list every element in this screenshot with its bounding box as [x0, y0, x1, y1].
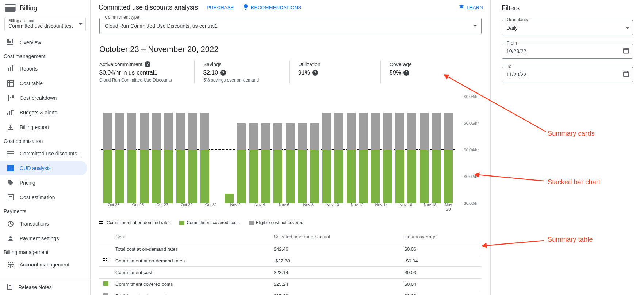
y-tick: $0.08/hr: [464, 94, 479, 99]
calendar-icon: [623, 71, 629, 79]
sidebar-item-billing-export[interactable]: Billing export: [0, 120, 90, 135]
help-icon[interactable]: ?: [145, 61, 150, 67]
bar[interactable]: [286, 97, 295, 203]
bar-slot: [162, 97, 175, 203]
chart-bars: [101, 97, 455, 203]
sidebar-item-reports[interactable]: Reports: [0, 61, 90, 76]
sidebar-item-label: Billing export: [20, 124, 49, 130]
bar-slot: [138, 97, 150, 203]
bar[interactable]: [164, 97, 173, 203]
x-tick: Nov 4: [248, 203, 272, 211]
bar[interactable]: [200, 97, 209, 203]
legend-not-covered: Eligible cost not covered: [249, 220, 303, 225]
bar[interactable]: [359, 97, 368, 203]
bar-slot: [345, 97, 357, 203]
gear-icon: [7, 261, 15, 268]
billing-icon: [4, 4, 16, 12]
help-icon[interactable]: ?: [312, 70, 318, 76]
sidebar-item-cost-estimation[interactable]: Cost estimation: [0, 190, 90, 205]
bar[interactable]: [188, 97, 197, 203]
bar[interactable]: [298, 97, 307, 203]
bar[interactable]: [273, 97, 282, 203]
svg-rect-14: [10, 97, 11, 98]
bar[interactable]: [225, 97, 234, 203]
sidebar-item-overview[interactable]: Overview: [0, 35, 90, 50]
col-hourly: Hourly average: [402, 230, 482, 243]
release-notes-icon: [7, 283, 13, 291]
bar[interactable]: [395, 97, 404, 203]
bar[interactable]: [152, 97, 161, 203]
bar-slot: [211, 97, 223, 203]
x-tick: Nov 6: [272, 203, 296, 211]
bar[interactable]: [237, 97, 246, 203]
col-cost: Cost: [112, 230, 271, 243]
granularity-select[interactable]: Granularity Daily: [502, 20, 633, 35]
svg-rect-3: [9, 41, 11, 43]
sidebar-item-cost-breakdown[interactable]: Cost breakdown: [0, 91, 90, 105]
sidebar-footer[interactable]: Release Notes: [0, 279, 90, 295]
bar[interactable]: [347, 97, 356, 203]
bar-slot: [114, 97, 126, 203]
billing-account-value: Committed use discount test: [8, 23, 75, 29]
help-icon[interactable]: ?: [220, 70, 226, 76]
commitment-type-label: Commitment type: [103, 16, 141, 20]
bar[interactable]: [115, 97, 124, 203]
table-icon: [7, 80, 15, 87]
x-tick: Nov 12: [345, 203, 369, 211]
purchase-button[interactable]: PURCHASE: [207, 5, 234, 10]
x-tick: Oct 25: [126, 203, 150, 211]
svg-rect-20: [7, 151, 14, 152]
section-billing-mgmt: Billing management: [0, 246, 90, 257]
bar-slot: [382, 97, 394, 203]
bar-slot: [199, 97, 211, 203]
bar[interactable]: [127, 97, 136, 203]
x-tick: Nov 20: [442, 203, 455, 211]
bar-slot: [248, 97, 260, 203]
sidebar-item-pricing[interactable]: Pricing: [0, 175, 90, 190]
commitment-type-select[interactable]: Commitment type Cloud Run Committed Use …: [99, 18, 482, 34]
sidebar-item-transactions[interactable]: Transactions: [0, 216, 90, 231]
svg-rect-18: [11, 110, 12, 115]
billing-account-select[interactable]: Billing account Committed use discount t…: [4, 17, 86, 31]
svg-rect-8: [12, 65, 13, 71]
sidebar-item-label: Release Notes: [18, 284, 52, 290]
bar-slot: [296, 97, 308, 203]
to-date-input[interactable]: To 11/20/22: [502, 67, 633, 82]
school-icon: [459, 4, 464, 11]
bar[interactable]: [420, 97, 429, 203]
bar-slot: [321, 97, 333, 203]
bar-slot: [442, 97, 455, 203]
sidebar-item-cost-table[interactable]: Cost table: [0, 76, 90, 91]
bar[interactable]: [432, 97, 441, 203]
x-tick: Oct 23: [101, 203, 126, 211]
bar[interactable]: [261, 97, 270, 203]
sidebar-item-label: Reports: [20, 66, 38, 72]
bar[interactable]: [407, 97, 416, 203]
bar[interactable]: [176, 97, 185, 203]
sidebar-item-budgets[interactable]: Budgets & alerts: [0, 105, 90, 120]
bar-slot: [406, 97, 418, 203]
legend-covered: Commitment covered costs: [179, 220, 239, 225]
bar-slot: [223, 97, 235, 203]
learn-button[interactable]: LEARN: [459, 4, 483, 11]
bar[interactable]: [103, 97, 112, 203]
bar[interactable]: [383, 97, 392, 203]
sidebar-item-cud-analysis[interactable]: % CUD analysis: [0, 161, 87, 175]
bar[interactable]: [249, 97, 258, 203]
bar[interactable]: [371, 97, 380, 203]
bar[interactable]: [334, 97, 343, 203]
x-tick: Nov 18: [418, 203, 442, 211]
sidebar-item-payment-settings[interactable]: Payment settings: [0, 231, 90, 246]
help-icon[interactable]: ?: [403, 70, 409, 76]
bar[interactable]: [444, 97, 453, 203]
sidebar-item-cud[interactable]: Committed use discounts…: [0, 146, 90, 161]
bar[interactable]: [213, 97, 222, 203]
recommendations-button[interactable]: RECOMMENDATIONS: [243, 4, 302, 11]
from-date-input[interactable]: From 10/23/22: [502, 44, 633, 59]
sidebar-item-account-management[interactable]: Account management: [0, 257, 90, 272]
bar[interactable]: [140, 97, 149, 203]
sidebar-item-label: Cost estimation: [20, 194, 55, 200]
bar[interactable]: [310, 97, 319, 203]
svg-rect-0: [5, 4, 15, 12]
bar[interactable]: [322, 97, 331, 203]
